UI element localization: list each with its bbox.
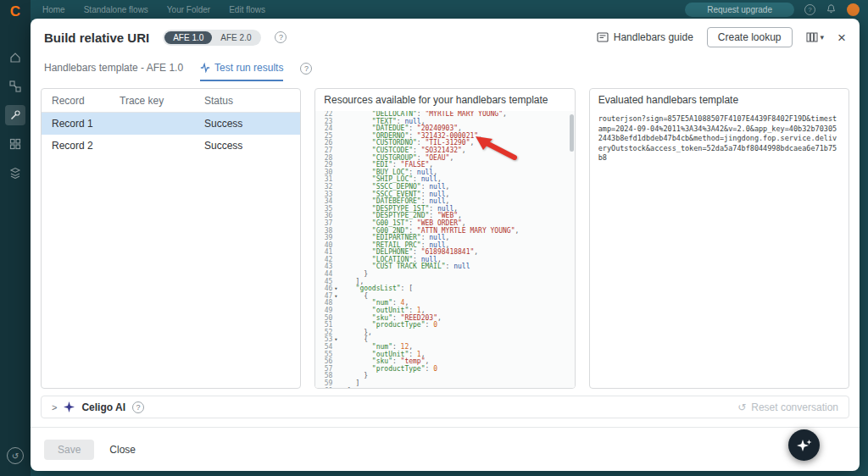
chevron-right-icon[interactable]: > [52,402,57,412]
column-header: Status [204,95,300,107]
layout-columns-button[interactable]: ▾ [806,32,825,42]
breadcrumb: HomeStandalone flowsYour FolderEdit flow… [42,5,265,14]
reset-conversation-label: Reset conversation [751,401,838,413]
records-body: Record 1SuccessRecord 2Success [42,113,300,157]
scrollbar-thumb[interactable] [570,114,574,152]
marketplace-icon[interactable] [5,134,25,154]
reset-conversation-button[interactable]: ↺ Reset conversation [737,401,838,413]
tabs: Handlebars template - AFE 1.0Test run re… [31,56,860,81]
panels: RecordTrace keyStatus Record 1SuccessRec… [31,81,860,389]
handlebars-guide-label: Handlebars guide [614,31,693,43]
chevron-down-icon: ▾ [821,33,825,42]
evaluated-panel: Evaluated handlebars template routerjson… [589,88,849,389]
table-cell: Success [204,118,300,130]
table-cell: Record 2 [52,140,120,152]
table-cell: Record 1 [52,118,120,130]
nav-item[interactable]: Standalone flows [84,5,148,14]
column-header: Trace key [120,95,204,107]
nav-item[interactable]: Your Folder [167,5,210,14]
modal-footer: Save Close [31,427,860,471]
panel-title: Evaluated handlebars template [590,89,849,111]
columns-icon [806,32,818,42]
panel-title: Resources available for your handlebars … [315,89,574,111]
help-icon[interactable]: ? [300,63,312,75]
nav-item[interactable]: Edit flows [229,5,265,14]
records-panel: RecordTrace keyStatus Record 1SuccessRec… [41,88,301,389]
ai-sparkles-icon [796,437,813,454]
bell-icon[interactable] [826,3,837,16]
records-header: RecordTrace keyStatus [42,89,300,113]
celigo-logo[interactable]: C [5,2,25,22]
modal-header: Build relative URI AFE 1.0AFE 2.0 ? Hand… [31,19,860,56]
top-navbar: HomeStandalone flowsYour FolderEdit flow… [31,0,868,19]
celigo-ai-row: > Celigo AI ? ↺ Reset conversation [41,396,849,418]
screen: HomeStandalone flowsYour FolderEdit flow… [0,0,868,476]
build-relative-uri-modal: Build relative URI AFE 1.0AFE 2.0 ? Hand… [31,19,860,471]
resources-icon[interactable] [5,163,25,183]
reset-icon: ↺ [737,401,746,413]
assistant-bubble-icon[interactable]: ↺ [7,447,24,464]
close-icon[interactable]: × [837,30,846,45]
home-icon[interactable] [5,47,25,68]
afe-toggle-option[interactable]: AFE 2.0 [212,31,259,44]
table-cell: Success [204,140,300,152]
tab-handlebars-template[interactable]: Handlebars template - AFE 1.0 [44,62,183,81]
tab-test-run-results[interactable]: Test run results [200,62,283,81]
handlebars-guide-button[interactable]: Handlebars guide [597,31,693,43]
nav-item[interactable]: Home [42,5,65,14]
evaluated-output: routerjson?sign=857E5A1088507F4107E4439F… [590,111,849,167]
save-button[interactable]: Save [44,440,94,460]
close-button[interactable]: Close [109,444,136,456]
resources-panel: Resources available for your handlebars … [314,88,575,389]
sidebar-icons [5,47,25,183]
sidebar: C ↺ [0,0,31,476]
page-title: Build relative URI [44,30,149,45]
table-row[interactable]: Record 1Success [42,113,300,135]
create-lookup-button[interactable]: Create lookup [707,27,793,47]
help-icon[interactable]: ? [132,401,144,413]
afe-toggle: AFE 1.0AFE 2.0 [163,30,261,46]
sparkle-icon [64,401,75,412]
upgrade-button[interactable]: Request upgrade [685,3,794,17]
code-editor[interactable]: 22 "DELLOCATN": "MYRTLE MARY YOUNG",23 "… [315,111,574,388]
ai-assistant-button[interactable] [788,429,820,461]
table-row[interactable]: Record 2Success [42,135,300,157]
help-icon[interactable]: ? [804,4,815,15]
help-icon[interactable]: ? [275,31,287,43]
header-actions: Handlebars guide Create lookup ▾ × [597,27,846,47]
topnav-right: Request upgrade ? [685,3,860,17]
guide-icon [597,32,609,42]
afe-toggle-option[interactable]: AFE 1.0 [164,31,212,44]
avatar[interactable] [847,3,860,16]
column-header: Record [52,95,120,107]
tools-icon[interactable] [5,105,25,125]
run-icon [200,63,210,73]
code-lines: 22 "DELLOCATN": "MYRTLE MARY YOUNG",23 "… [315,111,574,388]
integrations-icon[interactable] [5,76,25,97]
celigo-ai-label: Celigo AI [81,401,125,413]
